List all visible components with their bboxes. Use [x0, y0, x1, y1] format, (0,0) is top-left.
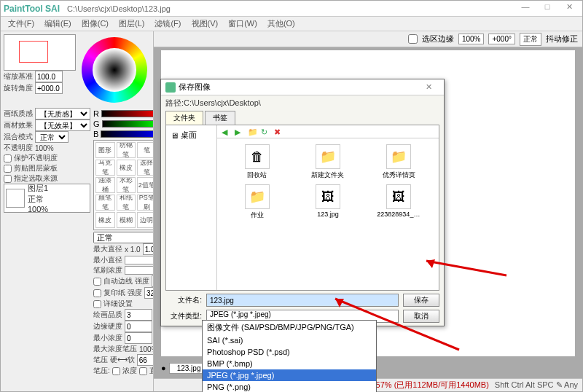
window-title: C:\Users\cjx\Desktop\123.jpg [67, 4, 514, 13]
modifier-keys: Shft Ctrl Alt SPC ✎ Any [495, 380, 578, 390]
layer-thumb[interactable] [6, 189, 25, 208]
file-name: 123.jpg [317, 211, 339, 218]
brush-mode-select[interactable]: 正常 [93, 232, 154, 243]
refresh-icon[interactable]: ↻ [261, 128, 270, 136]
desktop-node[interactable]: 桌面 [181, 130, 197, 141]
layer-list[interactable]: 图层1正常100% [4, 184, 90, 213]
seledge-checkbox[interactable] [408, 34, 418, 44]
blot-input[interactable] [144, 287, 154, 299]
angle-input[interactable] [35, 82, 63, 94]
file-name: 作业 [251, 211, 264, 220]
maximize-button[interactable]: □ [537, 2, 557, 15]
tool-4[interactable]: 马克笔 [95, 160, 115, 176]
press-size-checkbox[interactable] [139, 367, 147, 375]
filetype-option[interactable]: PNG (*.png) [203, 381, 376, 392]
file-icon: 🗑 [245, 144, 270, 169]
r-slider[interactable] [101, 110, 154, 117]
tool-13[interactable]: 和纸笔 [117, 195, 136, 211]
tool-1[interactable]: 纺锦笔 [117, 142, 136, 158]
tab-folders[interactable]: 文件夹 [165, 111, 203, 125]
effect-select[interactable]: 【无效果】 [35, 119, 90, 131]
blot-checkbox[interactable] [93, 289, 101, 297]
filetype-option[interactable]: Photoshop PSD (*.psd) [203, 346, 376, 358]
blend-select[interactable]: 正常 [35, 131, 69, 143]
tool-17[interactable]: 模糊 [117, 212, 136, 228]
dialog-title: 保存图像 [179, 82, 418, 93]
file-toolbar: ◀ ▶ 📁 ↻ ✖ [217, 125, 439, 138]
dialog-titlebar[interactable]: 保存图像 ✕ [161, 79, 444, 95]
file-item[interactable]: 🖼223828934_10404000... [365, 184, 433, 220]
density-label: 笔刷浓度 [93, 265, 122, 275]
tool-12[interactable]: 颜笔笔 [95, 195, 115, 211]
ref-checkbox[interactable] [4, 175, 12, 183]
menu-view[interactable]: 视图(V) [187, 17, 223, 31]
maxsize-input[interactable] [143, 243, 154, 255]
menu-layer[interactable]: 图层(L) [114, 17, 149, 31]
save-button[interactable]: 保存 [403, 294, 439, 307]
filetype-option[interactable]: JPEG (*.jpg *.jpeg) [203, 369, 376, 381]
filetype-option[interactable]: BMP (*.bmp) [203, 358, 376, 369]
filename-input[interactable] [206, 294, 399, 307]
tool-9[interactable]: 水彩笔 [117, 177, 136, 193]
tool-16[interactable]: 橡皮 [95, 212, 115, 228]
folder-tree[interactable]: 🖥桌面 [166, 125, 217, 290]
preserve-checkbox[interactable] [4, 154, 12, 162]
filetype-option[interactable]: 图像文件 (SAI/PSD/BMP/JPG/PNG/TGA) [203, 321, 376, 334]
menu-filter[interactable]: 滤镜(F) [150, 17, 185, 31]
left-panel: 缩放基准 旋转角度 画纸质感【无质感】 画材效果【无效果】 混合模式正常 不透明… [1, 31, 154, 391]
paper-select[interactable]: 【无质感】 [35, 108, 90, 119]
density-slider[interactable] [125, 266, 154, 275]
minsize-slider[interactable] [125, 256, 154, 264]
angle-display[interactable]: +000° [488, 34, 515, 44]
normal-display[interactable]: 正常 [520, 33, 541, 46]
file-item[interactable]: 🗑回收站 [223, 144, 291, 180]
back-icon[interactable]: ◀ [222, 128, 230, 136]
opacity-label: 不透明度 [4, 143, 33, 153]
cancel-button[interactable]: 取消 [403, 310, 439, 323]
press-den-checkbox[interactable] [112, 367, 120, 375]
layer-info: 图层1正常100% [28, 183, 48, 213]
b-slider[interactable] [101, 130, 154, 138]
folder-icon[interactable]: 📁 [248, 128, 257, 136]
drawq-input[interactable] [125, 309, 152, 321]
filetype-option[interactable]: SAI (*.sai) [203, 334, 376, 346]
file-name: 回收站 [247, 170, 267, 180]
minden-input[interactable] [125, 332, 152, 344]
tool-10[interactable]: 2值笔 [137, 177, 154, 193]
hardsoft-input[interactable] [137, 354, 154, 366]
file-item[interactable]: 📁优秀详情页 [365, 144, 433, 180]
fwd-icon[interactable]: ▶ [235, 128, 243, 136]
menu-file[interactable]: 文件(F) [4, 17, 39, 31]
menu-other[interactable]: 其他(O) [263, 17, 300, 31]
tool-18[interactable]: 边明 [137, 212, 154, 228]
close-button[interactable]: ✕ [559, 2, 579, 15]
edgehard-input[interactable] [125, 321, 152, 332]
file-item[interactable]: 🖼123.jpg [294, 184, 361, 220]
zoom-input[interactable] [35, 71, 63, 82]
file-item[interactable]: 📁作业 [223, 184, 291, 220]
tool-6[interactable]: 选择笔 [137, 160, 154, 176]
menu-window[interactable]: 窗口(W) [224, 17, 262, 31]
g-slider[interactable] [102, 120, 154, 128]
tool-0[interactable]: 图形 [95, 142, 115, 158]
tool-5[interactable]: 橡皮 [117, 160, 136, 176]
delete-icon[interactable]: ✖ [274, 128, 283, 136]
edge-checkbox[interactable] [93, 278, 101, 286]
adv-checkbox[interactable] [93, 300, 101, 308]
zoom-display[interactable]: 100% [458, 34, 485, 44]
navigator-thumb[interactable] [4, 34, 76, 71]
path-value: C:\Users\cjx\Desktop\ [184, 98, 261, 107]
color-wheel[interactable] [82, 37, 147, 103]
menu-edit[interactable]: 编辑(E) [40, 17, 76, 31]
dialog-close-button[interactable]: ✕ [418, 82, 439, 92]
minimize-button[interactable]: — [515, 2, 536, 15]
file-icon: 🖼 [386, 184, 411, 209]
filetype-dropdown: 图像文件 (SAI/PSD/BMP/JPG/PNG/TGA)SAI (*.sai… [202, 320, 377, 392]
tool-14[interactable]: PS笔刷 [137, 195, 154, 211]
clip-checkbox[interactable] [4, 165, 12, 173]
menu-image[interactable]: 图像(C) [77, 17, 113, 31]
tab-bookmarks[interactable]: 书签 [205, 111, 235, 125]
tool-2[interactable]: 笔 [137, 142, 154, 158]
file-item[interactable]: 📁新建文件夹 [294, 144, 361, 180]
tool-8[interactable]: 油漆桶 [95, 177, 115, 193]
